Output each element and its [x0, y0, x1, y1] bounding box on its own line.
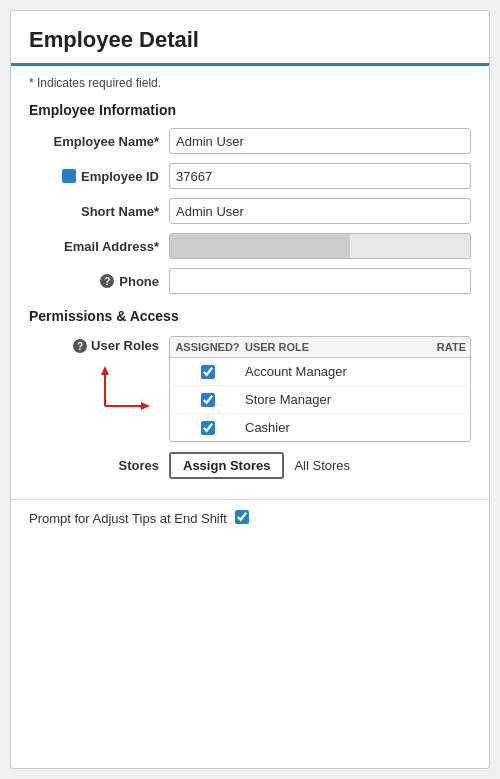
col-assigned-header: ASSIGNED?: [170, 341, 245, 353]
card-body: * Indicates required field. Employee Inf…: [11, 66, 489, 499]
employee-name-label: Employee Name*: [29, 134, 169, 149]
required-note: * Indicates required field.: [29, 76, 471, 90]
email-input[interactable]: [169, 233, 471, 259]
employee-name-group: Employee Name*: [29, 128, 471, 154]
arrow-diagram: [90, 361, 155, 419]
user-roles-group: ? User Roles: [29, 336, 471, 442]
phone-input[interactable]: [169, 268, 471, 294]
stores-value: All Stores: [294, 458, 350, 473]
user-roles-help-icon[interactable]: ?: [73, 339, 87, 353]
employee-id-group: Employee ID: [29, 163, 471, 189]
card-header: Employee Detail: [11, 11, 489, 66]
employee-name-input[interactable]: [169, 128, 471, 154]
email-label: Email Address*: [29, 239, 169, 254]
role-row-store-manager: Store Manager: [170, 386, 470, 414]
page-title: Employee Detail: [29, 27, 471, 53]
employee-detail-card: Employee Detail * Indicates required fie…: [10, 10, 490, 769]
bottom-section: Prompt for Adjust Tips at End Shift: [11, 499, 489, 537]
roles-list-header: ASSIGNED? USER ROLE RATE: [170, 337, 470, 358]
role-name-account-manager: Account Manager: [245, 364, 420, 379]
role-checkbox-account-manager[interactable]: [201, 365, 215, 379]
bottom-checkbox-wrapper: [235, 510, 249, 527]
short-name-label: Short Name*: [29, 204, 169, 219]
phone-label: ? Phone: [29, 274, 169, 289]
id-icon: [62, 169, 76, 183]
phone-group: ? Phone: [29, 268, 471, 294]
svg-marker-1: [101, 366, 109, 375]
stores-label: Stores: [29, 458, 169, 473]
assign-stores-button[interactable]: Assign Stores: [169, 452, 284, 479]
adjust-tips-checkbox[interactable]: [235, 510, 249, 524]
short-name-group: Short Name*: [29, 198, 471, 224]
role-name-cashier: Cashier: [245, 420, 420, 435]
user-roles-label-area: ? User Roles: [29, 336, 169, 419]
role-row-cashier: Cashier: [170, 414, 470, 441]
phone-help-icon[interactable]: ?: [100, 274, 114, 288]
permissions-section: Permissions & Access ? User Roles: [29, 308, 471, 479]
stores-group: Stores Assign Stores All Stores: [29, 452, 471, 479]
roles-container: ASSIGNED? USER ROLE RATE Account Manager: [169, 336, 471, 442]
employee-id-input[interactable]: [169, 163, 471, 189]
role-name-store-manager: Store Manager: [245, 392, 420, 407]
col-role-header: USER ROLE: [245, 341, 420, 353]
bottom-label: Prompt for Adjust Tips at End Shift: [29, 511, 227, 526]
short-name-input[interactable]: [169, 198, 471, 224]
email-group: Email Address*: [29, 233, 471, 259]
role-row-account-manager: Account Manager: [170, 358, 470, 386]
roles-list: ASSIGNED? USER ROLE RATE Account Manager: [169, 336, 471, 442]
permissions-title: Permissions & Access: [29, 308, 471, 324]
employee-id-label: Employee ID: [29, 169, 169, 184]
col-rate-header: RATE: [420, 341, 470, 353]
svg-marker-3: [141, 402, 150, 410]
employee-info-title: Employee Information: [29, 102, 471, 118]
role-checkbox-cashier[interactable]: [201, 421, 215, 435]
role-checkbox-store-manager[interactable]: [201, 393, 215, 407]
